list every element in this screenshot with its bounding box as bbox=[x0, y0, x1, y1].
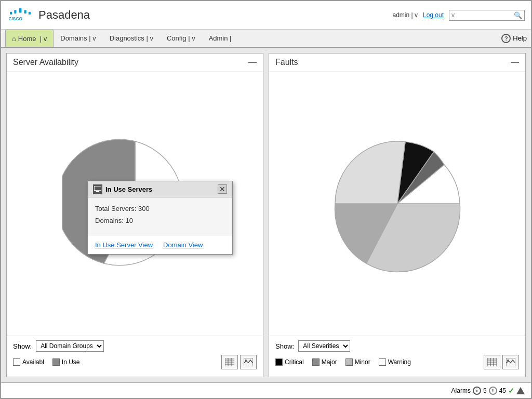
svg-rect-4 bbox=[29, 12, 31, 15]
legend-minor: Minor bbox=[345, 358, 370, 366]
svg-rect-6 bbox=[94, 186, 101, 191]
main-content: Server Availability — bbox=[1, 48, 531, 382]
cisco-logo: CISCO bbox=[7, 7, 33, 23]
faults-panel-header: Faults — bbox=[269, 54, 525, 72]
help-icon: ? bbox=[501, 34, 511, 43]
popup-header: In Use Servers ✕ bbox=[88, 181, 232, 197]
available-label: Availabl bbox=[22, 358, 44, 366]
svg-point-24 bbox=[507, 360, 509, 362]
nav-item-home[interactable]: ⌂ Home | v bbox=[5, 30, 54, 47]
search-box: 🔍 bbox=[449, 10, 525, 21]
server-legend: Availabl In Use bbox=[13, 358, 80, 366]
domains-label: Domains: 10 bbox=[95, 217, 225, 224]
server-availability-panel: Server Availability — bbox=[6, 53, 263, 377]
faults-panel-body bbox=[269, 72, 525, 336]
server-show-select[interactable]: All Domain Groups bbox=[36, 340, 104, 352]
popup-footer: In Use Server View Domain View bbox=[88, 236, 232, 254]
warning-icon: ! bbox=[489, 387, 497, 395]
popup-close-button[interactable]: ✕ bbox=[218, 184, 227, 194]
nav-item-config[interactable]: Config | v bbox=[160, 30, 202, 47]
server-panel-body: In Use Servers ✕ Total Servers: 300 Doma… bbox=[7, 72, 263, 336]
header: CISCO Pasadena admin | v Log out 🔍 bbox=[1, 1, 531, 30]
major-swatch bbox=[312, 358, 320, 366]
navigation: ⌂ Home | v Domains | v Diagnostics | v C… bbox=[1, 30, 531, 48]
major-label: Major bbox=[322, 358, 337, 366]
faults-show-label: Show: bbox=[275, 342, 294, 350]
minor-swatch bbox=[345, 358, 353, 366]
faults-minimize-button[interactable]: — bbox=[511, 58, 519, 66]
home-icon: ⌂ bbox=[12, 35, 16, 43]
svg-rect-7 bbox=[96, 191, 99, 192]
faults-panel-icons bbox=[484, 355, 519, 369]
minor-label: Minor bbox=[355, 358, 370, 366]
warning-swatch bbox=[379, 358, 386, 366]
server-panel-header: Server Availability — bbox=[7, 54, 263, 72]
logo-area: CISCO Pasadena bbox=[7, 7, 90, 23]
header-right: admin | v Log out 🔍 bbox=[392, 10, 525, 21]
legend-warning: Warning bbox=[379, 358, 411, 366]
alarms-status: Alarms i 5 ! 45 ✓ bbox=[451, 387, 525, 395]
in-use-label: In Use bbox=[62, 358, 80, 366]
alarms-warn-count: 45 bbox=[499, 387, 506, 394]
in-use-swatch bbox=[52, 358, 60, 366]
app: CISCO Pasadena admin | v Log out 🔍 ⌂ Hom… bbox=[0, 0, 532, 399]
server-show-row: Show: All Domain Groups bbox=[13, 340, 257, 352]
triangle-icon bbox=[516, 387, 525, 394]
faults-table-view-button[interactable] bbox=[484, 355, 500, 369]
popup-title-area: In Use Servers bbox=[93, 184, 152, 194]
monitor-icon bbox=[93, 184, 102, 194]
server-table-view-button[interactable] bbox=[221, 355, 238, 369]
critical-label: Critical bbox=[285, 358, 304, 366]
admin-label: admin | v bbox=[392, 11, 417, 19]
in-use-server-view-link[interactable]: In Use Server View bbox=[95, 241, 153, 249]
help-label: Help bbox=[513, 34, 527, 42]
faults-panel-footer: Show: All Severities Critical Major bbox=[269, 336, 525, 377]
legend-major: Major bbox=[312, 358, 337, 366]
checkmark-icon: ✓ bbox=[508, 387, 514, 395]
nav-item-domains[interactable]: Domains | v bbox=[54, 30, 102, 47]
legend-available: Availabl bbox=[13, 358, 44, 366]
faults-show-select[interactable]: All Severities bbox=[298, 340, 350, 352]
svg-rect-0 bbox=[19, 8, 22, 12]
server-panel-title: Server Availability bbox=[13, 58, 78, 67]
total-servers-label: Total Servers: 300 bbox=[95, 205, 225, 212]
domain-view-link[interactable]: Domain View bbox=[163, 241, 203, 249]
faults-panel: Faults — bbox=[269, 53, 526, 377]
available-swatch bbox=[13, 358, 20, 366]
faults-show-row: Show: All Severities bbox=[275, 340, 519, 352]
faults-legend: Critical Major Minor Warning bbox=[275, 358, 411, 366]
popup-title: In Use Servers bbox=[105, 185, 152, 193]
help-button[interactable]: ? Help bbox=[501, 34, 527, 43]
svg-rect-8 bbox=[95, 192, 100, 192]
svg-rect-3 bbox=[10, 12, 12, 15]
nav-item-admin[interactable]: Admin | bbox=[202, 30, 238, 47]
server-panel-icons bbox=[221, 355, 257, 369]
legend-in-use: In Use bbox=[52, 358, 80, 366]
alarms-label: Alarms bbox=[451, 387, 471, 394]
app-title: Pasadena bbox=[38, 8, 90, 22]
svg-rect-2 bbox=[24, 10, 26, 14]
critical-swatch bbox=[275, 358, 283, 366]
status-bar: Alarms i 5 ! 45 ✓ bbox=[1, 382, 531, 398]
in-use-servers-popup: In Use Servers ✕ Total Servers: 300 Doma… bbox=[87, 181, 233, 255]
server-minimize-button[interactable]: — bbox=[248, 58, 257, 66]
server-show-label: Show: bbox=[13, 342, 32, 350]
popup-body: Total Servers: 300 Domains: 10 bbox=[88, 197, 232, 236]
warning-label: Warning bbox=[388, 358, 411, 366]
faults-pie-chart bbox=[325, 131, 470, 276]
faults-legend-row: Critical Major Minor Warning bbox=[275, 355, 519, 369]
server-legend-row: Availabl In Use bbox=[13, 355, 257, 369]
legend-critical: Critical bbox=[275, 358, 304, 366]
server-panel-footer: Show: All Domain Groups Availabl In Use bbox=[7, 336, 263, 377]
svg-point-16 bbox=[245, 360, 247, 362]
logout-button[interactable]: Log out bbox=[423, 11, 444, 19]
nav-item-diagnostics[interactable]: Diagnostics | v bbox=[103, 30, 160, 47]
faults-image-view-button[interactable] bbox=[502, 355, 519, 369]
svg-text:CISCO: CISCO bbox=[9, 16, 23, 21]
alarms-i-count: 5 bbox=[483, 387, 487, 394]
faults-panel-title: Faults bbox=[275, 58, 298, 67]
search-input[interactable] bbox=[451, 11, 514, 19]
server-image-view-button[interactable] bbox=[240, 355, 257, 369]
svg-rect-1 bbox=[14, 10, 16, 14]
info-icon: i bbox=[473, 387, 481, 395]
